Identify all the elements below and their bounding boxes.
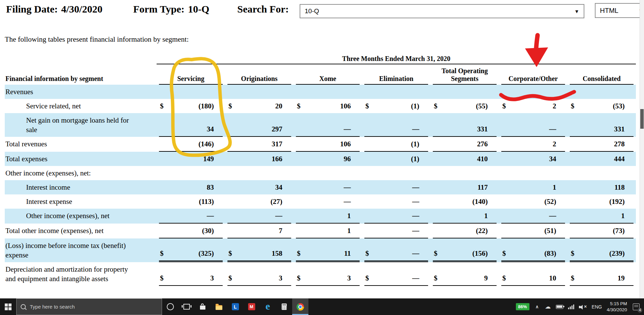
- taskbar-app-file-explorer[interactable]: [211, 298, 227, 315]
- battery-icon[interactable]: [556, 305, 563, 309]
- cell-value: 106: [294, 137, 362, 152]
- cell-value: $(156): [430, 238, 499, 262]
- cell-value: $19: [567, 262, 636, 286]
- cell-number: (22): [476, 226, 497, 235]
- l-app-icon: L: [232, 303, 239, 310]
- cell-value: 83: [157, 180, 225, 194]
- cell-value: 34: [157, 113, 225, 137]
- cell-number: —: [412, 273, 428, 283]
- column-header-total-operating-segments: Total Operating Segments: [430, 64, 499, 85]
- cell-number: 3: [347, 273, 360, 283]
- cell-value: $(239): [567, 238, 636, 262]
- form-type-value: 10-Q: [188, 3, 209, 15]
- format-dropdown[interactable]: HTML ▼: [595, 3, 644, 18]
- cell-number: 2: [553, 139, 565, 149]
- store-icon: [200, 306, 205, 310]
- taskbar-search-box[interactable]: Type here to search: [16, 298, 162, 315]
- row-label-header: Financial information by segment: [5, 64, 157, 85]
- battery-percent-badge[interactable]: 86%: [516, 303, 529, 310]
- row-label: Depreciation and amortization for proper…: [5, 262, 157, 286]
- cell-value: (1): [362, 137, 430, 152]
- cell-value: 7: [225, 224, 294, 238]
- cell-value: 149: [157, 152, 225, 166]
- currency-symbol: $: [433, 101, 438, 111]
- taskbar-app-store[interactable]: [195, 298, 211, 315]
- clock-date: 4/30/2020: [607, 307, 627, 313]
- cell-number: 1: [347, 226, 360, 235]
- cell-value: —: [362, 224, 430, 238]
- cell-value: —: [362, 194, 430, 209]
- cell-value: (27): [225, 194, 294, 209]
- cell-number: —: [549, 211, 565, 220]
- table-row: Total expenses14916696(1)41034444: [5, 152, 636, 166]
- cell-value: [157, 85, 225, 99]
- currency-symbol: $: [501, 249, 506, 258]
- cell-number: (146): [199, 139, 223, 149]
- windows-logo-icon: [5, 303, 12, 310]
- taskbar-app-m[interactable]: M: [243, 298, 260, 315]
- taskbar-app-cortana[interactable]: [162, 298, 178, 315]
- form-type: Form Type:10-Q: [133, 3, 209, 15]
- period-header: Three Months Ended March 31, 2020: [157, 52, 636, 64]
- intro-text: The following tables present financial i…: [5, 35, 189, 44]
- taskbar-app-calculator[interactable]: [276, 298, 292, 315]
- cell-number: 106: [340, 139, 360, 149]
- cell-value: (73): [567, 224, 636, 238]
- cell-number: (1): [411, 101, 428, 111]
- cell-number: —: [412, 183, 428, 192]
- hidden-icons-chevron[interactable]: [534, 304, 540, 309]
- language-indicator[interactable]: ENG: [592, 304, 602, 310]
- cell-number: —: [412, 211, 428, 220]
- cell-number: (239): [609, 249, 634, 258]
- section-label: Revenues: [5, 85, 157, 99]
- cell-value: 96: [294, 152, 362, 166]
- start-button[interactable]: [0, 298, 16, 315]
- search-for-dropdown[interactable]: 10-Q ▼: [300, 4, 584, 18]
- filing-date-value: 4/30/2020: [61, 3, 102, 15]
- vertical-scrollbar[interactable]: [640, 0, 644, 298]
- scrollbar-thumb[interactable]: [640, 109, 644, 129]
- currency-symbol: $: [296, 249, 301, 258]
- cell-number: 19: [618, 273, 633, 283]
- cell-value: (113): [157, 194, 225, 209]
- cell-value: —: [157, 209, 225, 224]
- period-header-text: Three Months Ended March 31, 2020: [157, 52, 636, 64]
- cell-value: $158: [225, 238, 294, 262]
- table-row: Other income (expenses), net:: [5, 166, 636, 180]
- cell-value: —: [499, 113, 567, 137]
- cell-number: —: [344, 197, 360, 206]
- taskbar-app-edge[interactable]: e: [260, 298, 276, 315]
- cell-number: (180): [199, 101, 223, 111]
- cell-value: [499, 85, 567, 99]
- cell-value: 2: [499, 137, 567, 152]
- currency-symbol: $: [501, 273, 506, 283]
- calculator-icon: [282, 303, 287, 310]
- currency-symbol: $: [364, 249, 369, 258]
- action-center-button[interactable]: 4: [632, 302, 641, 311]
- cell-value: 118: [567, 180, 636, 194]
- task-view-icon: [183, 304, 190, 310]
- row-label: Total revenues: [5, 137, 157, 152]
- taskbar-app-task-view[interactable]: [178, 298, 195, 315]
- taskbar-app-l[interactable]: L: [227, 298, 243, 315]
- table-row: Interest income8334——1171118: [5, 180, 636, 194]
- cell-value: [430, 85, 499, 99]
- cell-value: (140): [430, 194, 499, 209]
- cell-value: 410: [430, 152, 499, 166]
- cell-number: 1: [347, 211, 360, 220]
- cell-number: 1: [484, 211, 497, 220]
- cell-number: —: [344, 183, 360, 192]
- cell-number: 118: [615, 183, 633, 192]
- taskbar-app-chrome[interactable]: [292, 298, 308, 315]
- volume-muted-icon[interactable]: [579, 304, 587, 310]
- empty-header-cell: [5, 52, 157, 64]
- cell-number: (156): [472, 249, 497, 258]
- cell-value: 1: [294, 209, 362, 224]
- cell-number: —: [412, 249, 428, 258]
- edge-icon: e: [265, 301, 270, 311]
- onedrive-cloud-icon[interactable]: [545, 303, 551, 310]
- cell-value: —: [362, 180, 430, 194]
- currency-symbol: $: [159, 249, 164, 258]
- taskbar-clock[interactable]: 5:15 PM 4/30/2020: [607, 301, 627, 313]
- network-icon[interactable]: [568, 304, 574, 309]
